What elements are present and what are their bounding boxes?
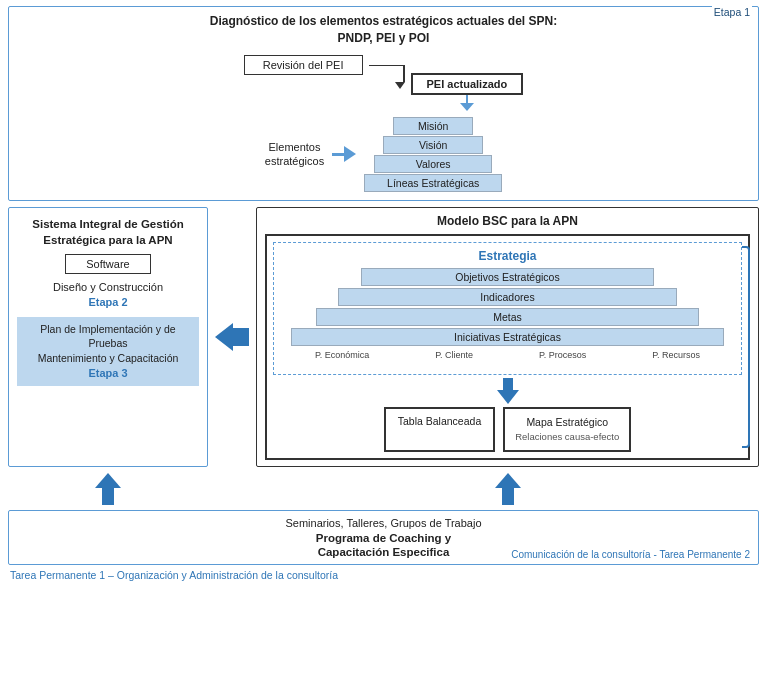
bottom-arrows-row xyxy=(8,473,759,505)
bsc-metas: Metas xyxy=(316,308,699,326)
bottom-coaching: Programa de Coaching y xyxy=(19,532,748,544)
up-arrow-left xyxy=(95,473,121,505)
pyramid-valores: Valores xyxy=(374,155,492,173)
right-up-arrow-container xyxy=(256,473,759,505)
perspectiva-procesos: P. Procesos xyxy=(539,350,586,360)
comunicacion-label: Comunicación de la consultoría - Tarea P… xyxy=(511,549,750,560)
left-box-title: Sistema Integral de Gestión Estratégica … xyxy=(17,216,199,248)
middle-section: Sistema Integral de Gestión Estratégica … xyxy=(8,207,759,467)
left-box: Sistema Integral de Gestión Estratégica … xyxy=(8,207,208,467)
etapa1-box: Etapa 1 Diagnóstico de los elementos est… xyxy=(8,6,759,201)
right-bsc-box: Modelo BSC para la APN Estrategia Objeti… xyxy=(256,207,759,467)
pei-actualizado-box: PEI actualizado xyxy=(411,73,524,95)
etapa1-title: Diagnóstico de los elementos estratégico… xyxy=(210,13,557,47)
etapa2-label: Etapa 2 xyxy=(88,296,127,308)
perspectiva-economica: P. Económica xyxy=(315,350,369,360)
estrategia-inner: Estrategia Objetivos Estratégicos Indica… xyxy=(273,242,742,375)
bsc-iniciativas: Iniciativas Estratégicas xyxy=(291,328,724,346)
etapa3-label: Etapa 3 xyxy=(88,367,127,379)
bsc-obj-estrategicos: Objetivos Estratégicos xyxy=(361,268,654,286)
elementos-section: Elementos estratégicos Misión Visión xyxy=(265,117,502,192)
estrategia-outer: Estrategia Objetivos Estratégicos Indica… xyxy=(265,234,750,460)
page-wrapper: Etapa 1 Diagnóstico de los elementos est… xyxy=(0,0,767,674)
bottom-boxes-row: Tabla Balanceada Mapa Estratégico Relaci… xyxy=(273,407,742,452)
bottom-box: Seminarios, Talleres, Grupos de Trabajo … xyxy=(8,510,759,565)
etapa1-label: Etapa 1 xyxy=(712,6,752,18)
right-bracket xyxy=(742,246,750,448)
left-up-arrow-container xyxy=(8,473,208,505)
perspectiva-recursos: P. Recursos xyxy=(652,350,700,360)
footer-label: Tarea Permanente 1 – Organización y Admi… xyxy=(8,569,759,581)
pyramid-etapa1: Misión Visión Valores Líneas Estratégica… xyxy=(364,117,502,192)
tabla-balanceada-box: Tabla Balanceada xyxy=(384,407,495,452)
pyramid-vision: Visión xyxy=(383,136,483,154)
down-arrow-to-tabla xyxy=(497,378,519,404)
estrategia-label: Estrategia xyxy=(282,249,733,263)
perspectivas-row: P. Económica P. Cliente P. Procesos P. R… xyxy=(282,350,733,360)
bsc-title: Modelo BSC para la APN xyxy=(265,214,750,228)
plan-box: Plan de Implementación y de Pruebas Mant… xyxy=(17,317,199,386)
diseno-text: Diseño y Construcción Etapa 2 xyxy=(53,280,163,311)
bsc-indicadores: Indicadores xyxy=(338,288,676,306)
perspectiva-cliente: P. Cliente xyxy=(435,350,473,360)
bsc-pyramid: Objetivos Estratégicos Indicadores Metas… xyxy=(282,268,733,346)
elementos-label: Elementos estratégicos xyxy=(265,140,324,169)
pyramid-lineas: Líneas Estratégicas xyxy=(364,174,502,192)
up-arrow-right xyxy=(495,473,521,505)
mapa-estrategico-box: Mapa Estratégico Relaciones causa-efecto xyxy=(503,407,631,452)
revision-box: Revisión del PEI xyxy=(244,55,363,75)
software-box: Software xyxy=(65,254,150,274)
arrow-bsc-to-left xyxy=(214,207,250,467)
pyramid-mision: Misión xyxy=(393,117,473,135)
bottom-seminarios: Seminarios, Talleres, Grupos de Trabajo xyxy=(19,517,748,529)
